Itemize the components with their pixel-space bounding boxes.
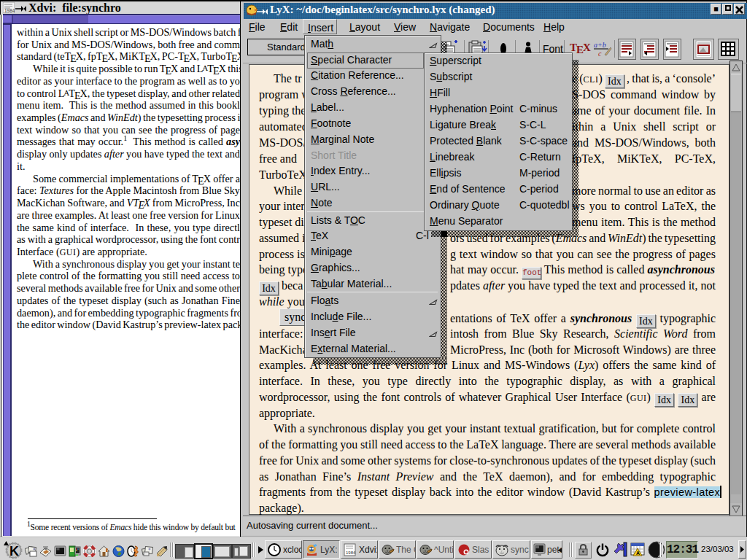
svg-text:a+b: a+b [594, 41, 606, 49]
svg-text:A: A [636, 551, 640, 556]
svg-text:K: K [9, 544, 19, 559]
svg-text:1984: 1984 [4, 8, 15, 13]
svg-text:c: c [598, 50, 602, 58]
svg-text:1984: 1984 [346, 551, 356, 555]
